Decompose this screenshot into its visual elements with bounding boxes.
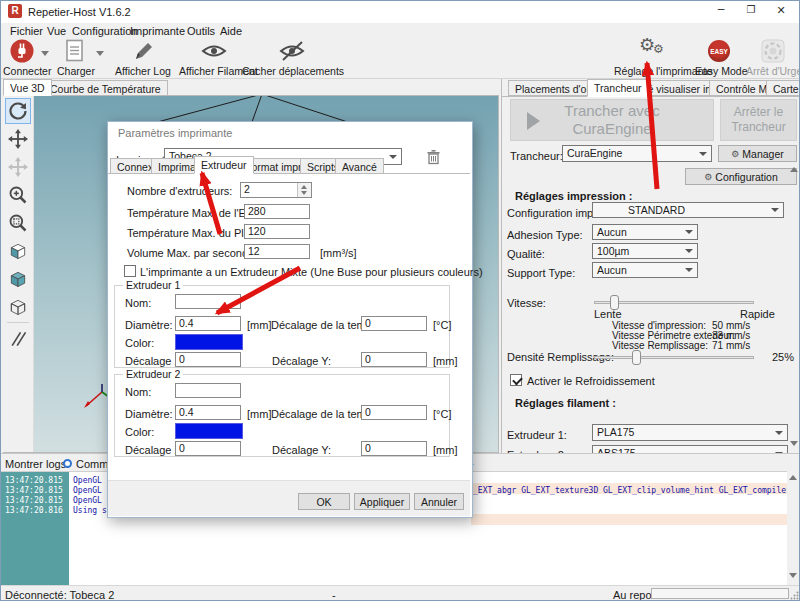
decalage-x-input[interactable]: 0 (175, 352, 241, 367)
zoom-in-icon[interactable] (5, 182, 31, 208)
decalage-x-input[interactable]: 0 (175, 441, 241, 456)
spinner[interactable] (297, 183, 311, 197)
load-button[interactable]: Charger (53, 38, 99, 78)
tab-trancheur[interactable]: Trancheur (587, 79, 648, 97)
mixing-checkbox[interactable] (124, 265, 136, 277)
dialog-tab-avance[interactable]: Avancé (335, 158, 384, 174)
trash-icon[interactable] (426, 149, 441, 165)
support-select[interactable]: Aucun (592, 262, 698, 278)
menu-vue[interactable]: Vue (47, 25, 66, 37)
diametre-input[interactable]: 0.4 (175, 316, 241, 331)
hide-moves-button[interactable]: Cacher déplacements (253, 38, 333, 78)
nom-input[interactable] (175, 383, 241, 398)
color-swatch[interactable] (175, 334, 243, 350)
volume-input[interactable]: 12 (244, 244, 310, 259)
extruder2-group-label: Extrudeur 2 (123, 368, 183, 380)
resize-grip[interactable] (790, 591, 799, 600)
temp-offset-input[interactable]: 0 (361, 405, 427, 420)
status-connection: Déconnecté: Tobeca 2 (5, 589, 114, 601)
emergency-stop-button[interactable]: Arrêt d'Urgence (747, 38, 799, 78)
volume-label: Volume Max. par seconde (127, 247, 254, 259)
cooling-checkbox[interactable] (510, 374, 522, 386)
decalage-y-input[interactable]: 0 (361, 441, 427, 456)
degc-unit: [°C] (433, 408, 451, 420)
window-title: Repetier-Host V1.6.2 (28, 6, 131, 18)
menu-configuration[interactable]: Configuration (72, 25, 137, 37)
tab-courbe-temperature[interactable]: Courbe de Température (43, 80, 168, 96)
dialog-footer: OK Appliquer Annuler (108, 480, 470, 516)
scroll-up-icon[interactable] (789, 475, 797, 480)
infill-slider-thumb[interactable] (632, 350, 641, 365)
tab-carte-sd[interactable]: Carte SD (766, 80, 800, 96)
move-object-icon[interactable] (5, 154, 31, 180)
gear-icon: ⚙ (704, 172, 712, 182)
extruder2-filament-select[interactable]: ABS175 (592, 445, 788, 453)
parallel-lines-icon[interactable] (5, 326, 31, 352)
cube-iso-icon[interactable] (5, 238, 31, 264)
panel-scroll-up-icon[interactable] (790, 167, 798, 172)
menu-aide[interactable]: Aide (220, 25, 242, 37)
play-icon (527, 112, 540, 130)
menu-bar: Fichier Vue Configuration Imprimante Out… (1, 23, 799, 38)
decalage-y-input[interactable]: 0 (361, 352, 427, 367)
quality-label: Qualité: (507, 248, 545, 260)
extruder1-filament-select[interactable]: PLA175 (592, 424, 788, 441)
cube-wireframe-icon[interactable] (5, 294, 31, 320)
degc-unit: [°C] (433, 319, 451, 331)
log-scrollbar[interactable] (787, 471, 799, 585)
cube-solid-icon[interactable] (5, 266, 31, 292)
adhesion-select[interactable]: Aucun (592, 224, 698, 240)
color-swatch[interactable] (175, 423, 243, 439)
easy-mode-button[interactable]: EASY Easy Mode (695, 38, 747, 78)
zoom-fit-icon[interactable] (5, 210, 31, 236)
chevron-down-icon (389, 155, 397, 159)
cancel-button[interactable]: Annuler (414, 493, 464, 510)
spinner-up-icon[interactable] (301, 185, 307, 189)
spinner-down-icon[interactable] (301, 191, 307, 195)
connect-button[interactable]: Connecter (1, 38, 49, 78)
connect-dropdown-caret[interactable] (41, 51, 49, 56)
app-icon: R (8, 4, 22, 18)
slice-button[interactable]: Trancher avecCuraEngine (510, 99, 714, 141)
tab-vue-3d[interactable]: Vue 3D (3, 79, 52, 96)
nom-input[interactable] (175, 294, 241, 309)
title-bar[interactable]: R Repetier-Host V1.6.2 – ❐ ✕ (1, 1, 799, 23)
infill-slider-track[interactable] (594, 356, 754, 359)
load-dropdown-caret[interactable] (96, 51, 104, 56)
menu-imprimante[interactable]: Imprimante (130, 25, 185, 37)
printer-settings-button[interactable]: ⚙ ⚙ Réglage l'imprimante (611, 38, 693, 78)
config-impression-select[interactable]: STANDARD (592, 202, 784, 218)
scroll-down-icon[interactable] (789, 573, 797, 578)
num-extruders-input[interactable]: 2 (240, 182, 312, 198)
mm-unit: [mm] (433, 444, 457, 456)
rotate-icon[interactable] (5, 98, 31, 124)
configuration-button[interactable]: ⚙ Configuration (685, 168, 797, 185)
mm-unit: [mm] (433, 355, 457, 367)
slicer-select[interactable]: CuraEngine (562, 145, 712, 162)
panel-scroll-down-icon[interactable] (790, 441, 798, 446)
apply-button[interactable]: Appliquer (354, 493, 410, 510)
show-log-button[interactable]: Afficher Log (113, 38, 175, 78)
log-row-highlight (471, 514, 787, 525)
menu-fichier[interactable]: Fichier (10, 25, 43, 37)
manager-button[interactable]: ⚙ Manager (718, 145, 797, 162)
stop-slicer-button[interactable]: Arrêter leTrancheur (720, 99, 797, 141)
chevron-down-icon (685, 230, 693, 234)
dialog-tab-extrudeur[interactable]: Extrudeur (194, 156, 254, 174)
quality-select[interactable]: 100µm (592, 243, 698, 259)
dialog-title-bar[interactable]: Paramètres imprimante (108, 122, 470, 144)
diametre-input[interactable]: 0.4 (175, 405, 241, 420)
maximize-button[interactable]: ❐ (736, 4, 766, 16)
temp-offset-input[interactable]: 0 (361, 316, 427, 331)
move-view-icon[interactable] (5, 126, 31, 152)
max-temp-input[interactable]: 280 (244, 204, 310, 219)
menu-outils[interactable]: Outils (187, 25, 215, 37)
log-text: Using s (73, 505, 107, 517)
close-button[interactable]: ✕ (766, 4, 796, 16)
bed-temp-input[interactable]: 120 (244, 224, 310, 239)
speed-label: Vitesse: (507, 297, 546, 309)
document-icon (64, 39, 86, 63)
minimize-button[interactable]: – (706, 3, 736, 15)
repetier-host-window: R Repetier-Host V1.6.2 – ❐ ✕ Fichier Vue… (0, 0, 800, 601)
ok-button[interactable]: OK (298, 493, 350, 510)
